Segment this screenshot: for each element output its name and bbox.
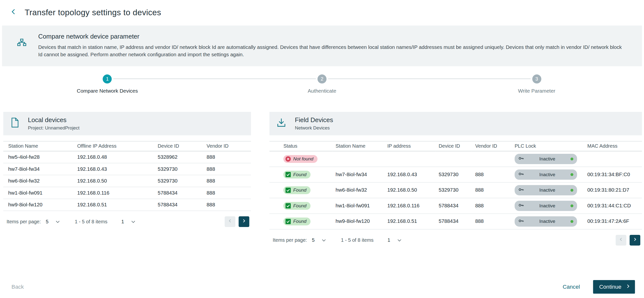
column-offline-ip: Offline IP Address — [72, 141, 153, 151]
document-icon — [10, 117, 20, 129]
table-row[interactable]: Found hw9-8iol-fw120 192.168.0.51 578843… — [270, 214, 642, 229]
download-icon — [276, 117, 287, 129]
next-page-button[interactable] — [239, 216, 250, 227]
row-select-cell[interactable] — [270, 167, 280, 182]
cancel-button[interactable]: Cancel — [560, 283, 582, 290]
items-per-page-select[interactable]: 5 — [312, 237, 326, 243]
step-compare-network-devices: 1 Compare Network Devices — [0, 74, 215, 94]
local-devices-panel: Local devices Project: UnnamedProject St… — [3, 112, 251, 231]
local-devices-title: Local devices — [28, 116, 80, 124]
table-header-row: Status Station Name IP address Device ID… — [270, 141, 642, 151]
chevron-down-icon — [397, 237, 402, 243]
column-vendor-id: Vendor ID — [202, 141, 251, 151]
local-devices-table: Station Name Offline IP Address Device I… — [3, 141, 251, 211]
key-icon — [518, 202, 524, 209]
chevron-left-icon — [10, 9, 16, 16]
row-select-cell[interactable] — [270, 198, 280, 214]
column-status: Status — [280, 141, 332, 151]
status-dot — [570, 158, 573, 161]
column-device-id: Device ID — [436, 141, 472, 151]
banner-title: Compare network device parameter — [38, 33, 626, 40]
page-select[interactable]: 1 — [388, 237, 402, 243]
row-select-cell[interactable] — [270, 151, 280, 167]
step-2-circle: 2 — [318, 74, 326, 83]
column-mac-address: MAC Address — [584, 141, 642, 151]
plc-lock-badge: Inactive — [515, 216, 577, 227]
pagination-range: 1 - 5 of 8 items — [75, 219, 108, 224]
page-title: Transfer topology settings to devices — [24, 8, 161, 17]
field-devices-table: Status Station Name IP address Device ID… — [270, 141, 642, 229]
info-banner: Compare network device parameter Devices… — [2, 26, 642, 66]
check-icon — [286, 172, 291, 177]
error-icon — [286, 156, 291, 162]
plc-lock-badge: Inactive — [515, 201, 577, 211]
banner-text: Compare network device parameter Devices… — [38, 33, 626, 59]
status-badge: Found — [283, 171, 310, 178]
status-dot — [570, 189, 573, 192]
local-devices-subtitle: Project: UnnamedProject — [28, 125, 80, 130]
status-badge: Found — [283, 202, 310, 210]
field-devices-title: Field Devices — [295, 116, 333, 124]
row-select-cell[interactable] — [270, 214, 280, 229]
items-per-page-label: Items per page: — [273, 237, 307, 243]
pagination-range: 1 - 5 of 8 items — [341, 237, 374, 243]
key-icon — [518, 218, 524, 225]
table-row[interactable]: Not found Inactive — [270, 151, 642, 167]
step-write-parameter: 3 Write Parameter — [429, 74, 644, 94]
stepper: 1 Compare Network Devices 2 Authenticate… — [0, 74, 644, 100]
step-3-label: Write Parameter — [518, 88, 556, 94]
step-authenticate: 2 Authenticate — [215, 74, 429, 94]
step-3-circle: 3 — [532, 74, 541, 83]
table-row[interactable]: Found hw7-8iol-fw34 192.168.0.43 5329730… — [270, 167, 642, 182]
chevron-right-icon — [242, 218, 246, 225]
chevron-right-icon — [632, 237, 638, 243]
field-devices-subtitle: Network Devices — [295, 125, 333, 130]
check-icon — [286, 203, 291, 208]
row-select-cell[interactable] — [270, 182, 280, 198]
footer-action-bar: Back Cancel Continue — [0, 279, 644, 293]
field-devices-pagination: Items per page: 5 1 - 5 of 8 items 1 — [270, 229, 642, 250]
table-row[interactable]: Found hw6-8iol-fw32 192.168.0.50 5329730… — [270, 182, 642, 198]
column-ip-address: IP address — [384, 141, 435, 151]
check-icon — [286, 219, 291, 224]
field-devices-panel: Field Devices Network Devices Status Sta… — [270, 112, 642, 250]
transfer-topology-page: Transfer topology settings to devices Co… — [0, 0, 644, 298]
items-per-page-select[interactable]: 5 — [46, 219, 60, 224]
chevron-down-icon — [56, 219, 60, 224]
step-1-label: Compare Network Devices — [77, 88, 138, 94]
back-button[interactable]: Back — [12, 283, 24, 290]
column-select — [270, 141, 280, 151]
key-icon — [518, 187, 524, 193]
status-badge: Found — [283, 186, 310, 194]
back-chevron-button[interactable] — [7, 7, 19, 18]
status-badge: Found — [283, 217, 310, 225]
continue-button[interactable]: Continue — [593, 280, 635, 293]
chevron-down-icon — [131, 219, 136, 224]
status-badge: Not found — [283, 155, 318, 163]
table-row[interactable]: Found hw1-8iol-fw091 192.168.0.116 57884… — [270, 198, 642, 214]
table-row[interactable]: hw1-8iol-fw091 192.168.0.116 5788434 888 — [3, 187, 251, 199]
column-device-id: Device ID — [153, 141, 202, 151]
column-station-name: Station Name — [332, 141, 384, 151]
local-devices-pagination: Items per page: 5 1 - 5 of 8 items 1 — [3, 211, 251, 231]
continue-button-label: Continue — [599, 283, 621, 290]
status-dot — [570, 220, 573, 223]
content-area: Local devices Project: UnnamedProject St… — [3, 112, 642, 250]
table-row[interactable]: hw9-8iol-fw120 192.168.0.51 5788434 888 — [3, 199, 251, 211]
table-row[interactable]: hw5-4iol-fw28 192.168.0.48 5328962 888 — [3, 151, 251, 163]
table-row[interactable]: hw6-8iol-fw32 192.168.0.50 5329730 888 — [3, 175, 251, 187]
plc-lock-badge: Inactive — [515, 185, 577, 195]
page-select[interactable]: 1 — [122, 219, 136, 224]
local-devices-header: Local devices Project: UnnamedProject — [3, 112, 251, 135]
next-page-button[interactable] — [630, 235, 640, 245]
chevron-right-icon — [626, 283, 630, 290]
table-row[interactable]: hw7-8iol-fw34 192.168.0.43 5329730 888 — [3, 163, 251, 175]
topology-icon — [17, 33, 27, 59]
banner-description: Devices that match in station name, IP a… — [38, 44, 626, 59]
chevron-down-icon — [322, 237, 326, 243]
prev-page-button[interactable] — [616, 235, 626, 245]
check-icon — [286, 188, 291, 193]
prev-page-button[interactable] — [225, 216, 236, 227]
key-icon — [518, 171, 524, 178]
plc-lock-badge: Inactive — [515, 169, 577, 180]
